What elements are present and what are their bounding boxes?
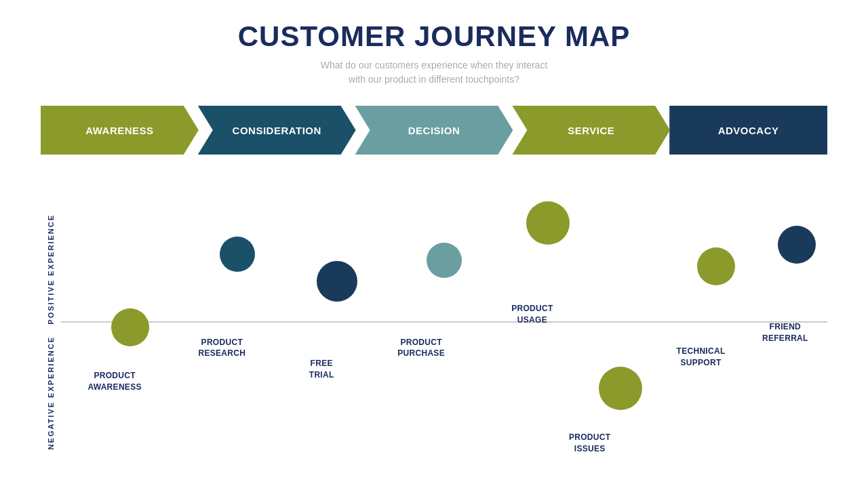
- label-friend-referral: FRIEND REFERRAL: [755, 321, 816, 344]
- label-product-issues: PRODUCT ISSUES: [559, 432, 620, 455]
- positive-label: POSITIVE EXPERIENCE: [47, 214, 55, 325]
- point-friend-referral: [778, 226, 816, 264]
- page-subtitle: What do our customers experience when th…: [321, 58, 548, 87]
- stage-service: SERVICE: [512, 106, 670, 155]
- page: CUSTOMER JOURNEY MAP What do our custome…: [0, 0, 868, 488]
- y-axis: POSITIVE EXPERIENCE NEGATIVE EXPERIENCE: [41, 168, 61, 474]
- label-product-research: PRODUCT RESEARCH: [191, 337, 252, 360]
- label-product-purchase: PRODUCT PURCHASE: [391, 337, 452, 360]
- point-free-trial: [317, 261, 357, 302]
- stage-advocacy: ADVOCACY: [669, 106, 827, 155]
- label-free-trial: FREE TRIAL: [291, 358, 352, 381]
- negative-label: NEGATIVE EXPERIENCE: [47, 336, 55, 449]
- point-product-usage: [526, 201, 570, 245]
- point-product-awareness: [111, 308, 149, 346]
- point-technical-support: [697, 247, 735, 285]
- journey-line-svg: [61, 168, 827, 474]
- chart-inner: PRODUCT AWARENESSPRODUCT RESEARCHFREE TR…: [61, 168, 827, 474]
- stage-awareness: AWARENESS: [41, 106, 199, 155]
- point-product-issues: [599, 367, 642, 410]
- chart-area: POSITIVE EXPERIENCE NEGATIVE EXPERIENCE …: [41, 168, 827, 474]
- page-title: CUSTOMER JOURNEY MAP: [238, 20, 631, 53]
- label-product-awareness: PRODUCT AWARENESS: [84, 370, 145, 393]
- point-product-research: [220, 237, 255, 272]
- point-product-purchase: [427, 243, 462, 278]
- label-product-usage: PRODUCT USAGE: [502, 303, 563, 326]
- stage-decision: DECISION: [355, 106, 513, 155]
- stages-bar: AWARENESSCONSIDERATIONDECISIONSERVICEADV…: [41, 106, 827, 155]
- stage-consideration: CONSIDERATION: [198, 106, 356, 155]
- label-technical-support: TECHNICAL SUPPORT: [671, 346, 732, 369]
